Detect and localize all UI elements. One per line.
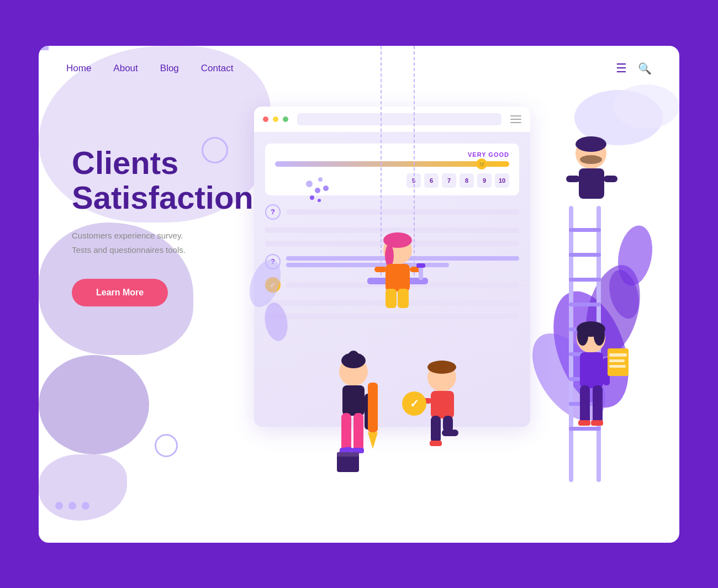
- progress-bar-partial: [286, 263, 449, 267]
- dots-group: [55, 502, 89, 510]
- svg-rect-81: [609, 359, 625, 362]
- hamburger-icon[interactable]: ☰: [616, 61, 627, 76]
- rating-num-7[interactable]: 7: [442, 173, 456, 188]
- dot-3: [82, 502, 89, 510]
- dot-red: [263, 116, 268, 122]
- svg-point-0: [539, 281, 643, 418]
- svg-rect-23: [569, 377, 601, 381]
- form-line-1: [286, 209, 519, 215]
- rating-slider[interactable]: 😊: [275, 161, 509, 167]
- survey-panel: VERY GOOD 😊 5 6 7 8 9 10 ?: [254, 107, 530, 427]
- form-row-3: [265, 241, 519, 246]
- learn-more-button[interactable]: Learn More: [72, 279, 168, 306]
- svg-rect-58: [337, 452, 359, 457]
- svg-point-1: [577, 259, 650, 363]
- form-lines: ? ? ✓: [265, 204, 519, 319]
- svg-rect-42: [579, 168, 604, 199]
- svg-rect-52: [352, 448, 364, 453]
- svg-rect-65: [430, 441, 442, 446]
- svg-rect-18: [569, 253, 601, 257]
- svg-point-72: [594, 326, 605, 346]
- panel-body: VERY GOOD 😊 5 6 7 8 9 10 ?: [254, 133, 530, 330]
- dot-2: [68, 502, 76, 510]
- rating-label: VERY GOOD: [275, 151, 509, 158]
- svg-point-3: [574, 90, 663, 145]
- search-icon[interactable]: 🔍: [638, 62, 652, 75]
- form-line-5: [286, 282, 519, 288]
- svg-rect-22: [569, 352, 601, 356]
- form-line-2: [265, 227, 519, 233]
- form-row-1: ?: [265, 204, 519, 220]
- bg-blob-right-2: [39, 355, 149, 454]
- rating-area: VERY GOOD 😊 5 6 7 8 9 10: [265, 144, 519, 195]
- svg-rect-76: [578, 420, 590, 426]
- svg-rect-74: [580, 385, 590, 424]
- svg-point-39: [576, 138, 606, 169]
- progress-bar-row: [286, 256, 519, 267]
- svg-rect-57: [337, 454, 359, 472]
- dot-1: [55, 502, 63, 510]
- svg-rect-25: [569, 427, 601, 431]
- svg-rect-21: [569, 327, 601, 331]
- svg-rect-75: [593, 385, 603, 424]
- nav-home[interactable]: Home: [66, 63, 91, 73]
- deco-circle-2: [155, 434, 178, 457]
- slider-thumb: 😊: [476, 158, 487, 169]
- form-row-2: [265, 227, 519, 233]
- svg-point-41: [580, 155, 602, 164]
- svg-point-71: [577, 326, 588, 346]
- rating-num-8[interactable]: 8: [460, 173, 474, 188]
- panel-address-bar: [297, 113, 501, 125]
- svg-rect-43: [566, 176, 580, 182]
- hero-content: Clients Satisfaction Customers experienc…: [72, 145, 282, 307]
- hero-subtitle: Customers experience survey. Tests and q…: [72, 229, 282, 257]
- svg-rect-78: [603, 358, 610, 385]
- svg-point-69: [577, 324, 605, 353]
- svg-rect-51: [340, 448, 352, 453]
- page-wrapper: Home About Blog Contact ☰ 🔍 Clients Sati…: [39, 46, 679, 543]
- svg-point-2: [518, 320, 620, 433]
- nav-about[interactable]: About: [113, 63, 138, 73]
- navigation: Home About Blog Contact ☰ 🔍: [39, 46, 679, 91]
- svg-rect-19: [569, 278, 601, 282]
- rating-num-6[interactable]: 6: [424, 173, 439, 188]
- form-row-5: ✓: [265, 277, 519, 293]
- svg-rect-79: [608, 348, 629, 376]
- svg-point-7: [614, 223, 657, 288]
- nav-right: ☰ 🔍: [616, 61, 652, 76]
- progress-bar-full: [286, 256, 519, 261]
- dot-green: [283, 116, 288, 122]
- nav-contact[interactable]: Contact: [201, 63, 234, 73]
- svg-rect-64: [442, 430, 458, 436]
- rating-num-10[interactable]: 10: [495, 173, 509, 188]
- nav-blog[interactable]: Blog: [160, 63, 179, 73]
- form-row-6: [265, 300, 519, 306]
- rating-numbers: 5 6 7 8 9 10: [275, 173, 509, 188]
- svg-rect-15: [569, 206, 573, 482]
- panel-header: [254, 107, 530, 133]
- svg-rect-16: [596, 206, 601, 482]
- svg-rect-80: [609, 353, 627, 357]
- hero-title: Clients Satisfaction: [72, 145, 282, 216]
- svg-rect-77: [591, 420, 603, 426]
- panel-menu-icon: [510, 115, 521, 123]
- form-row-4: ?: [265, 254, 519, 269]
- svg-point-8: [604, 267, 644, 322]
- svg-marker-55: [368, 432, 378, 449]
- form-line-3: [265, 241, 519, 246]
- form-line-7: [265, 314, 519, 319]
- svg-rect-20: [569, 303, 601, 306]
- svg-point-40: [576, 136, 606, 152]
- svg-rect-73: [580, 352, 603, 388]
- nav-links: Home About Blog Contact: [66, 63, 233, 74]
- form-row-7: [265, 314, 519, 319]
- svg-rect-24: [569, 402, 601, 406]
- svg-point-4: [613, 84, 679, 129]
- svg-point-70: [577, 321, 605, 337]
- rating-num-5[interactable]: 5: [406, 173, 421, 188]
- svg-rect-82: [609, 365, 626, 368]
- svg-rect-17: [569, 228, 601, 232]
- svg-rect-44: [604, 176, 617, 182]
- dot-yellow: [273, 116, 278, 122]
- rating-num-9[interactable]: 9: [477, 173, 492, 188]
